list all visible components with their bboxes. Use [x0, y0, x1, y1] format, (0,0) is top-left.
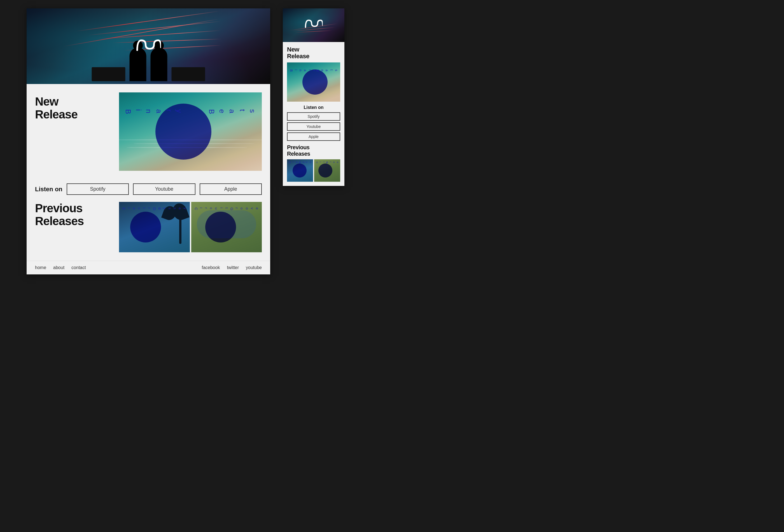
listen-on-label: Listen on	[35, 186, 62, 193]
footer-contact-link[interactable]: contact	[72, 265, 86, 270]
footer-twitter-link[interactable]: twitter	[227, 265, 239, 270]
sec-prev-text-groove: G r o o	[325, 162, 339, 164]
secondary-listen-label: Listen on	[287, 105, 340, 110]
album-text-left-binary: B i n a r y	[123, 109, 184, 116]
footer-home-link[interactable]: home	[35, 265, 46, 270]
sec-title-line2: Release	[287, 53, 309, 60]
footer: home about contact facebook twitter yout…	[27, 261, 270, 274]
footer-about-link[interactable]: about	[53, 265, 64, 270]
footer-youtube-link[interactable]: youtube	[246, 265, 262, 270]
hero-banner	[27, 8, 270, 84]
sec-prev-line1: Previous	[287, 144, 309, 150]
previous-releases-title: Previous Releases	[35, 202, 113, 228]
main-window: New Release B i	[27, 8, 270, 274]
sec-album-text-right: B e a t s	[315, 69, 338, 73]
logo-svg	[136, 36, 161, 53]
secondary-prev-album-2[interactable]: C i r c G r o o	[314, 159, 340, 182]
sec-title-line1: New	[287, 46, 299, 53]
prev-album-1-circle	[130, 212, 161, 243]
prev-text-groove: G r o o v e	[229, 207, 259, 212]
secondary-hero	[283, 8, 344, 42]
prev-album-circuit-groove[interactable]: C i r c u i t G r o o v e	[191, 202, 262, 252]
hero-logo	[136, 36, 161, 56]
secondary-logo-svg	[305, 17, 323, 30]
new-release-line2: Release	[35, 108, 78, 121]
sec-prev-line2: Releases	[287, 151, 310, 157]
secondary-youtube-button[interactable]: Youtube	[287, 122, 340, 131]
apple-button[interactable]: Apple	[200, 184, 262, 195]
secondary-spotify-button[interactable]: Spotify	[287, 112, 340, 121]
secondary-hero-logo	[305, 17, 323, 31]
secondary-new-release-title: New Release	[287, 46, 340, 60]
album-art-bg: B i n a r y B e a t s	[119, 92, 262, 171]
secondary-window: New Release B i n a r y B e a t s List	[283, 8, 344, 186]
footer-facebook-link[interactable]: facebook	[202, 265, 220, 270]
dj-equipment-right	[172, 67, 205, 81]
new-release-title: New Release	[35, 95, 113, 121]
previous-releases-section: Previous Releases E l e	[35, 202, 262, 261]
secondary-content: New Release B i n a r y B e a t s List	[283, 42, 344, 186]
prev-title-line2: Releases	[35, 215, 84, 228]
youtube-button[interactable]: Youtube	[133, 184, 195, 195]
prev-album-2-circle	[205, 212, 236, 243]
new-release-line1: New	[35, 95, 58, 108]
secondary-prev-album-1[interactable]: E l e c O d y s	[287, 159, 313, 182]
sec-album-text-left: B i n a r y	[289, 69, 317, 73]
secondary-prev-releases-title: Previous Releases	[287, 144, 340, 157]
main-album-art: B i n a r y B e a t s	[119, 92, 262, 171]
laser-line-4	[112, 39, 221, 43]
sec-album-circle	[302, 69, 328, 95]
new-release-text: New Release	[35, 92, 113, 171]
footer-nav-left: home about contact	[35, 265, 86, 270]
prev-title-line1: Previous	[35, 202, 82, 215]
prev-text-odyssey: O d y s s e y	[152, 207, 187, 212]
prev-text-circuit: C i r c u i t	[194, 207, 229, 212]
main-content-area: New Release B i	[27, 84, 270, 261]
laser-line-2	[87, 21, 221, 35]
new-release-section: New Release B i	[35, 92, 262, 179]
listen-on-section: Listen on Spotify Youtube Apple	[35, 179, 262, 202]
dj-equipment-left	[92, 67, 125, 81]
sec-prev-text-odyssey: O d y s	[298, 162, 312, 164]
previous-releases-text: Previous Releases	[35, 202, 113, 252]
previous-albums-grid: E l e c t r i c O d y s s	[119, 202, 262, 252]
spotify-button[interactable]: Spotify	[67, 184, 129, 195]
album-text-right-beats: B e a t s	[207, 109, 258, 116]
secondary-apple-button[interactable]: Apple	[287, 133, 340, 141]
secondary-album-art: B i n a r y B e a t s	[287, 62, 340, 102]
secondary-prev-albums: E l e c O d y s C i r	[287, 159, 340, 182]
prev-album-electric-odyssey[interactable]: E l e c t r i c O d y s s	[119, 202, 190, 252]
footer-nav-right: facebook twitter youtube	[202, 265, 262, 270]
